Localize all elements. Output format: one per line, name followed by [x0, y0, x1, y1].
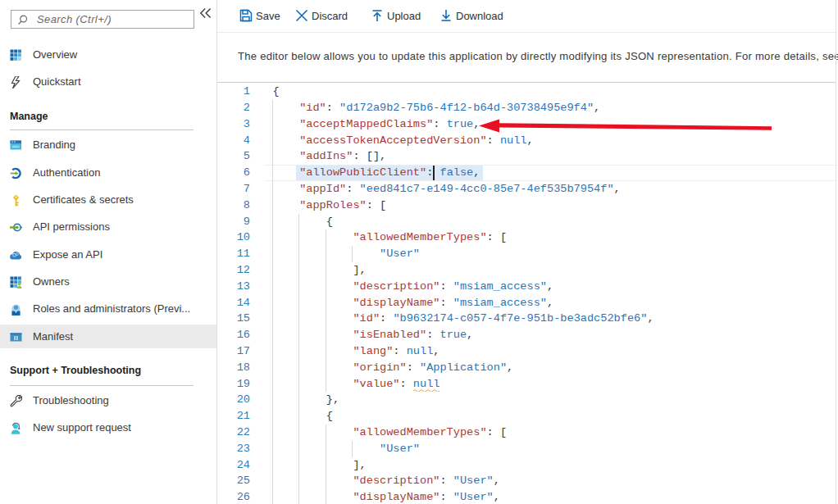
svg-text:www: www: [11, 143, 20, 148]
